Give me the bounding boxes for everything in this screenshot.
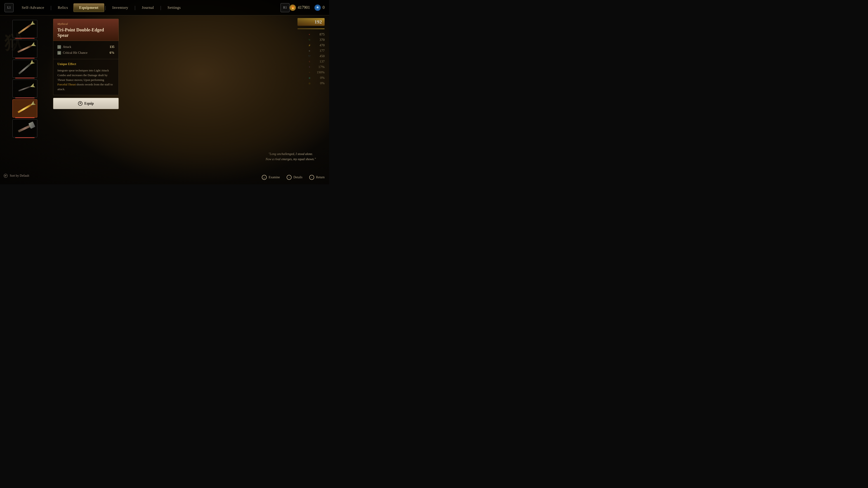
main-content: Sort by Default Mythical Tri-Point Doubl… <box>0 15 329 184</box>
stat-crit-label: ◈ Critical Hit Chance <box>57 51 88 55</box>
weapon-icon-3 <box>18 63 32 74</box>
weapon-icon-6 <box>18 124 32 133</box>
unique-effect-text: Integrate spear techniques into Light At… <box>57 68 114 92</box>
nav-item-relics[interactable]: Relics <box>52 4 73 12</box>
stat-attack-value: 135 <box>110 45 114 49</box>
item-stats-panel: ⚔ Attack 135 ◈ Critical Hit Chance 6% <box>53 41 119 59</box>
nav-item-inventory[interactable]: Inventory <box>107 4 134 12</box>
currency-display: 🔥 417901 ❋ 0 <box>289 4 324 11</box>
weapon-slot-5[interactable] <box>12 99 37 118</box>
nav-sep-1: | <box>50 5 52 10</box>
nav-sep-4: | <box>159 5 162 10</box>
unique-effect-title: Unique Effect <box>57 62 114 66</box>
currency-2: ❋ 0 <box>314 4 324 11</box>
unique-effect-section: Unique Effect Integrate spear techniques… <box>53 59 119 95</box>
weapon-icon-4 <box>18 86 31 92</box>
stat-row-crit: ◈ Critical Hit Chance 6% <box>57 50 114 56</box>
equip-button[interactable]: ✕ Equip <box>53 98 119 109</box>
sort-label: Sort by Default <box>10 174 29 177</box>
l1-label: L1 <box>7 6 11 9</box>
top-navigation: L1 Self-Advance | Relics Equipment | Inv… <box>0 0 329 15</box>
equip-x-icon: ✕ <box>78 101 83 106</box>
sort-button[interactable]: Sort by Default <box>3 172 46 180</box>
weapon-slot-6[interactable] <box>12 119 37 137</box>
weapon-list-panel: Sort by Default <box>0 15 50 184</box>
crit-icon: ◈ <box>57 51 61 55</box>
unique-effect-link: Forceful Thrust <box>57 83 76 86</box>
currency-2-icon: ❋ <box>314 4 321 11</box>
item-header: Mythical Tri-Point Double-Edged Spear <box>53 19 119 41</box>
nav-left-button[interactable]: L1 <box>4 3 13 12</box>
weapon-slot-1[interactable] <box>12 20 37 38</box>
sort-icon <box>3 173 8 178</box>
stat-row-attack: ⚔ Attack 135 <box>57 44 114 50</box>
r1-label: R1 <box>283 6 287 9</box>
stat-attack-label: ⚔ Attack <box>57 45 71 49</box>
nav-sep-3: | <box>133 5 136 10</box>
nav-item-equipment[interactable]: Equipment <box>73 3 104 12</box>
nav-item-journal[interactable]: Journal <box>136 4 159 12</box>
weapon-slot-2[interactable] <box>12 40 37 58</box>
currency-1: 🔥 417901 <box>289 4 310 11</box>
nav-right-button[interactable]: R1 <box>281 3 289 12</box>
weapon-slot-3[interactable] <box>12 60 37 78</box>
currency-1-icon: 🔥 <box>289 4 296 11</box>
item-rarity: Mythical <box>57 22 114 26</box>
currency-1-value: 417901 <box>298 5 310 10</box>
weapon-slot-4[interactable] <box>12 79 37 98</box>
nav-sep-2: | <box>104 5 107 10</box>
weapon-icon-5 <box>18 104 32 113</box>
weapon-icon-2 <box>18 45 33 53</box>
stat-crit-value: 6% <box>110 51 114 55</box>
item-detail-panel: Mythical Tri-Point Double-Edged Spear ⚔ … <box>50 15 122 184</box>
currency-2-value: 0 <box>322 5 324 10</box>
nav-item-self-advance[interactable]: Self-Advance <box>16 4 50 12</box>
nav-items: Self-Advance | Relics Equipment | Invent… <box>16 3 278 12</box>
weapon-icon-1 <box>18 24 32 34</box>
item-name: Tri-Point Double-Edged Spear <box>57 27 114 38</box>
attack-icon: ⚔ <box>57 45 61 49</box>
nav-item-settings[interactable]: Settings <box>162 4 186 12</box>
